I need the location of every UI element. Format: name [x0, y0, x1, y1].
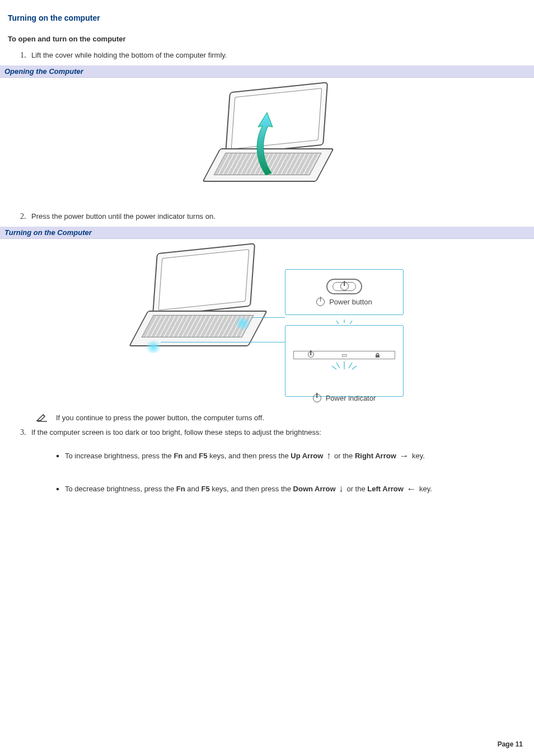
power-indicator-callout: ▭ 🔒︎ Power indicator — [285, 325, 404, 397]
note: If you continue to press the power butto… — [36, 412, 526, 422]
up-arrow-icon: ↑ — [326, 450, 331, 461]
step-3-text: If the computer screen is too dark or to… — [31, 428, 321, 436]
note-text: If you continue to press the power butto… — [56, 414, 264, 422]
svg-line-6 — [332, 366, 336, 369]
figure-opening-computer — [8, 81, 526, 199]
figure-turning-on-computer: Power button ▭ 🔒︎ — [8, 242, 526, 399]
svg-line-5 — [349, 363, 352, 368]
step-list: Lift the cover while holding the bottom … — [8, 51, 526, 60]
svg-line-4 — [336, 363, 340, 368]
svg-line-7 — [352, 366, 357, 369]
power-icon — [340, 282, 349, 290]
power-indicator-highlight — [144, 341, 163, 353]
step-1-text: Lift the cover while holding the bottom … — [31, 51, 227, 59]
right-arrow-icon: → — [399, 450, 409, 461]
down-arrow-icon: ↓ — [339, 483, 344, 494]
increase-brightness-item: To increase brightness, press the Fn and… — [65, 445, 526, 468]
decrease-brightness-item: To decrease brightness, press the Fn and… — [65, 478, 526, 501]
section-heading: Turning on the computer — [8, 13, 526, 22]
power-button-label: Power button — [329, 298, 372, 306]
procedure-title: To open and turn on the computer — [8, 35, 526, 43]
power-indicator-label: Power indicator — [326, 394, 376, 402]
battery-icon: ▭ — [341, 351, 347, 359]
open-lid-arrow-icon — [243, 109, 283, 176]
brightness-bullet-list: To increase brightness, press the Fn and… — [31, 445, 526, 501]
step-2-text: Press the power button until the power i… — [31, 212, 216, 220]
power-button-highlight — [233, 317, 252, 330]
note-pencil-icon — [36, 412, 48, 422]
power-icon — [316, 298, 325, 306]
svg-line-2 — [350, 321, 352, 324]
power-button-callout: Power button — [285, 269, 404, 315]
lock-icon: 🔒︎ — [374, 352, 381, 359]
step-list: If the computer screen is too dark or to… — [8, 428, 526, 501]
svg-line-1 — [336, 321, 339, 324]
power-icon — [313, 394, 321, 402]
power-icon — [308, 351, 314, 358]
figure-caption-turning-on: Turning on the Computer — [0, 227, 534, 239]
step-list: Press the power button until the power i… — [8, 212, 526, 221]
left-arrow-icon: ← — [406, 483, 416, 494]
figure-caption-opening: Opening the Computer — [0, 65, 534, 78]
